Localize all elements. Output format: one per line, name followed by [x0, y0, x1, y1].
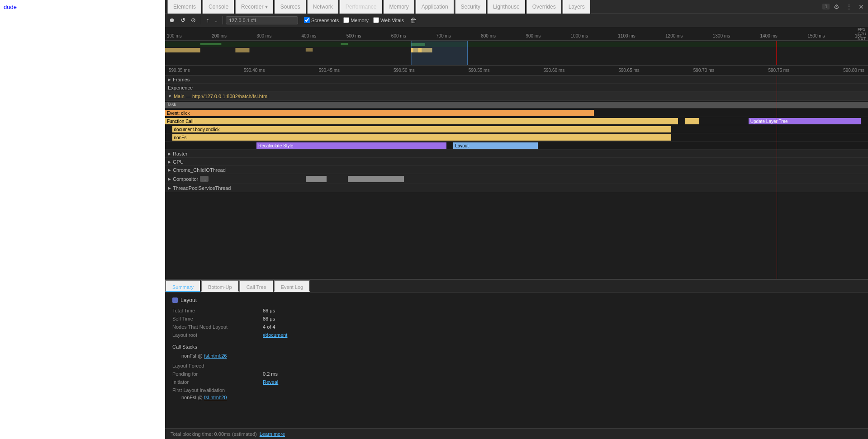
gpu-section[interactable]: ▶ GPU [165, 158, 868, 166]
main-thread-header[interactable]: ▼ Main — http://127.0.0.1:8082/batch/fsl… [165, 92, 868, 101]
call-stacks-title: Call Stacks [172, 344, 861, 349]
ruler-label-3: 300 ms [256, 33, 271, 38]
nonfsl-row[interactable]: nonFsl [165, 133, 868, 142]
learn-more-link[interactable]: Learn more [260, 431, 285, 437]
recalc-style-bar[interactable]: Recalculate Style [256, 142, 446, 149]
function-call-row[interactable]: Function Call Update Layer Tree [165, 117, 868, 125]
self-time-row: Self Time 86 μs [172, 316, 861, 321]
frames-section[interactable]: ▶ Frames [165, 76, 868, 84]
layout-text: Layout [455, 143, 469, 148]
devtools-icons: 1 ⚙ ⋮ ✕ [822, 2, 866, 12]
call-stack-1-link[interactable]: fsl.html:26 [204, 353, 227, 359]
reload-button[interactable]: ↺ [178, 16, 188, 24]
event-click-bar[interactable]: Event: click [165, 110, 594, 116]
child-io-section[interactable]: ▶ Chrome_ChildIOThread [165, 166, 868, 174]
status-text: Total blocking time: 0.00ms (estimated) [171, 431, 257, 437]
experience-section[interactable]: Experience [165, 84, 868, 92]
memory-checkbox[interactable] [343, 17, 349, 23]
tab-application[interactable]: Application [415, 0, 455, 14]
ruler-label-11: 1100 ms [618, 33, 635, 38]
close-icon[interactable]: ✕ [856, 2, 866, 12]
memory-checkbox-label[interactable]: Memory [343, 17, 369, 23]
tab-network[interactable]: Network [307, 0, 339, 14]
screenshots-checkbox[interactable] [304, 17, 310, 23]
more-options-icon[interactable]: ⋮ [844, 2, 854, 12]
tab-sources[interactable]: Sources [274, 0, 307, 14]
summary-tab-eventlog[interactable]: Event Log [274, 280, 311, 292]
task-row[interactable]: Task [165, 101, 868, 109]
tab-memory[interactable]: Memory [383, 0, 415, 14]
flame-chart[interactable]: ▶ Frames Experience ▼ Main — http://127.… [165, 76, 868, 279]
child-io-triangle: ▶ [168, 168, 171, 172]
nonfsl-bar[interactable]: nonFsl [172, 134, 671, 141]
compositor-tag: ... [200, 176, 208, 182]
body-onclick-bar[interactable]: document.body.onclick [172, 126, 671, 132]
svg-rect-14 [411, 48, 413, 52]
tab-lighthouse[interactable]: Lighthouse [487, 0, 526, 14]
tab-elements[interactable]: Elements [167, 0, 202, 14]
summary-tab-summary[interactable]: Summary [165, 280, 201, 292]
overview-chart [165, 41, 868, 66]
ruler-label-5: 500 ms [346, 33, 361, 38]
tab-overrides[interactable]: Overrides [526, 0, 562, 14]
trash-button[interactable]: 🗑 [408, 16, 418, 25]
record-button[interactable]: ⏺ [167, 16, 177, 24]
recalc-style-text: Recalculate Style [258, 143, 293, 148]
event-click-text: Event: click [167, 111, 190, 116]
threadpool-section[interactable]: ▶ ThreadPoolServiceThread [165, 184, 868, 192]
tab-security[interactable]: Security [455, 0, 487, 14]
frames-label: Frames [173, 77, 190, 82]
webvitals-checkbox-label[interactable]: Web Vitals [373, 17, 404, 23]
tab-performance[interactable]: Performance [339, 0, 383, 14]
main-label: Main — http://127.0.0.1:8082/batch/fsl.h… [174, 94, 269, 99]
call-stack-2-link[interactable]: fsl.html:20 [204, 395, 227, 400]
nodes-row: Nodes That Need Layout 4 of 4 [172, 324, 861, 330]
layout-bar[interactable]: Layout [453, 142, 537, 149]
nodes-value: 4 of 4 [263, 324, 275, 330]
raster-section[interactable]: ▶ Raster [165, 150, 868, 158]
compositor-section[interactable]: ▶ Compositor ... [165, 174, 868, 184]
layout-forced-label: Layout Forced [172, 363, 263, 368]
download-button[interactable]: ↓ [213, 16, 220, 24]
event-click-row[interactable]: Event: click [165, 109, 868, 117]
detail-label-10: 590.80 ms [843, 68, 864, 73]
tab-console[interactable]: Console [202, 0, 235, 14]
ruler-label-14: 1400 ms [760, 33, 777, 38]
memory-label: Memory [351, 18, 369, 23]
screenshots-checkbox-label[interactable]: Screenshots [304, 17, 339, 23]
recalc-layout-row[interactable]: Recalculate Style Layout [165, 142, 868, 150]
layout-root-label: Layout root [172, 332, 263, 338]
initiator-label: Initiator [172, 379, 263, 385]
function-call-bar[interactable]: Function Call [165, 118, 678, 124]
update-layer-tree-bar[interactable]: Update Layer Tree [749, 118, 861, 124]
update-layer-tree-text: Update Layer Tree [750, 119, 788, 124]
svg-rect-15 [418, 48, 422, 52]
url-input[interactable] [226, 16, 298, 24]
webvitals-checkbox[interactable] [373, 17, 379, 23]
upload-button[interactable]: ↑ [204, 16, 212, 24]
tab-layers[interactable]: Layers [562, 0, 591, 14]
frames-triangle: ▶ [168, 77, 171, 82]
summary-tab-calltree[interactable]: Call Tree [239, 280, 274, 292]
summary-tab-bottomup[interactable]: Bottom-Up [201, 280, 239, 292]
body-onclick-row[interactable]: document.body.onclick [165, 125, 868, 133]
clear-button[interactable]: ⊘ [189, 16, 198, 24]
overview-area[interactable] [165, 41, 868, 66]
tab-recorder[interactable]: Recorder ▾ [235, 0, 274, 14]
layout-root-value[interactable]: #document [263, 332, 287, 338]
session-badge: 1 [822, 4, 830, 9]
ruler-label-9: 900 ms [526, 33, 541, 38]
total-time-value: 86 μs [263, 308, 275, 313]
pending-value: 0.2 ms [263, 371, 278, 377]
initiator-link[interactable]: Reveal [263, 379, 278, 385]
total-time-label: Total Time [172, 308, 263, 313]
raster-triangle: ▶ [168, 151, 171, 156]
settings-icon[interactable]: ⚙ [831, 2, 842, 12]
ruler-label-6: 600 ms [391, 33, 406, 38]
ruler-label-4: 400 ms [302, 33, 317, 38]
first-layout-label: First Layout Invalidation [172, 387, 263, 393]
left-panel: dude [0, 0, 165, 439]
svg-rect-1 [200, 43, 222, 45]
toolbar-divider-2 [223, 16, 223, 24]
ruler-label-2: 200 ms [212, 33, 227, 38]
